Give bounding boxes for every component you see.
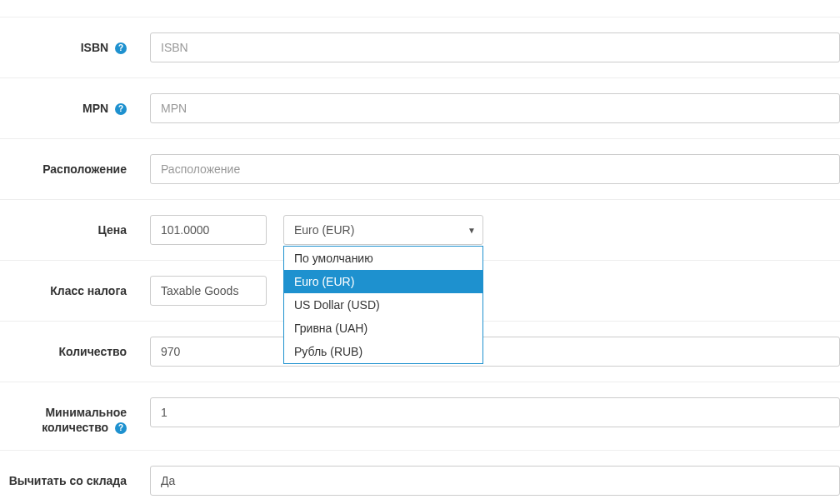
form-row-jan: JAN ? [0, 0, 840, 17]
label-quantity: Количество [0, 337, 142, 359]
help-icon[interactable]: ? [115, 422, 127, 434]
help-icon[interactable]: ? [115, 42, 127, 54]
form-row-isbn: ISBN ? [0, 17, 840, 78]
price-input[interactable] [150, 215, 267, 245]
label-text: Вычитать со склада [9, 474, 127, 487]
mpn-input[interactable] [150, 93, 840, 123]
label-text: Минимальное количество [42, 406, 127, 434]
chevron-down-icon: ▼ [468, 226, 476, 235]
currency-select[interactable]: Euro (EUR) ▼ [283, 215, 483, 245]
min-quantity-input[interactable] [150, 397, 840, 427]
label-mpn: MPN ? [0, 93, 142, 116]
label-text: Расположение [42, 162, 127, 176]
currency-dropdown: По умолчанию Euro (EUR) US Dollar (USD) … [283, 246, 483, 364]
currency-option-rub[interactable]: Рубль (RUB) [284, 340, 482, 363]
input-col [142, 397, 840, 427]
subtract-stock-input[interactable] [150, 466, 840, 496]
currency-option-uah[interactable]: Гривна (UAH) [284, 317, 482, 340]
label-tax-class: Класс налога [0, 276, 142, 298]
label-text: MPN [82, 102, 108, 115]
quantity-input[interactable] [150, 337, 840, 367]
currency-option-default[interactable]: По умолчанию [284, 247, 482, 270]
currency-select-wrap: Euro (EUR) ▼ По умолчанию Euro (EUR) US … [283, 215, 483, 245]
input-col: Euro (EUR) ▼ По умолчанию Euro (EUR) US … [142, 215, 840, 245]
label-text: Количество [58, 345, 127, 358]
label-text: Класс налога [50, 284, 127, 297]
help-icon[interactable]: ? [115, 103, 127, 115]
label-isbn: ISBN ? [0, 32, 142, 55]
input-col [142, 466, 840, 496]
label-text: Цена [98, 223, 127, 237]
form-row-mpn: MPN ? [0, 78, 840, 139]
isbn-input[interactable] [150, 32, 840, 62]
form-row-min-quantity: Минимальное количество ? [0, 382, 840, 451]
label-subtract-stock: Вычитать со склада [0, 466, 142, 488]
label-location: Расположение [0, 154, 142, 177]
form-row-price: Цена Euro (EUR) ▼ По умолчанию Euro (EUR… [0, 200, 840, 261]
form-row-subtract-stock: Вычитать со склада [0, 451, 840, 504]
tax-class-input[interactable] [150, 276, 267, 306]
input-col [142, 276, 840, 306]
label-price: Цена [0, 215, 142, 237]
form-row-location: Расположение [0, 139, 840, 200]
label-min-quantity: Минимальное количество ? [0, 397, 142, 435]
input-col [142, 93, 840, 123]
input-col [142, 32, 840, 62]
currency-option-usd[interactable]: US Dollar (USD) [284, 293, 482, 317]
currency-selected-text: Euro (EUR) [294, 223, 354, 237]
input-col [142, 337, 840, 367]
currency-option-eur[interactable]: Euro (EUR) [284, 270, 482, 293]
input-col [142, 154, 840, 184]
label-text: ISBN [81, 41, 108, 54]
location-input[interactable] [150, 154, 840, 184]
